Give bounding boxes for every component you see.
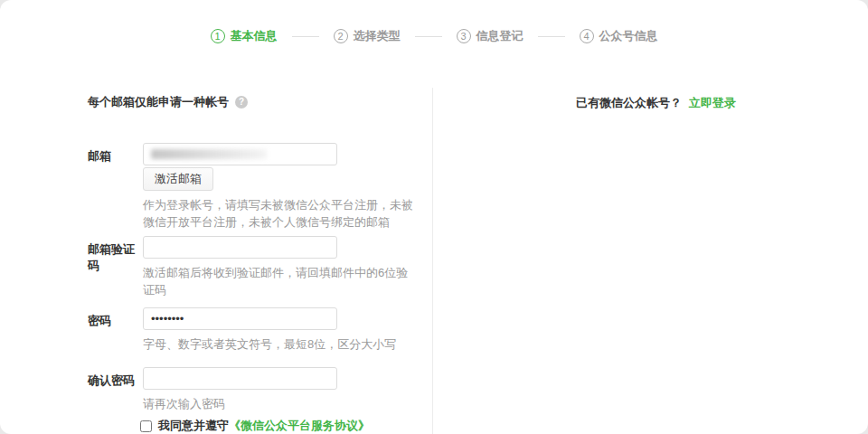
step-4-circle-icon: 4	[580, 29, 594, 43]
existing-account-text: 已有微信公众帐号？	[576, 96, 682, 109]
step-3-label: 信息登记	[476, 28, 524, 44]
step-info-register: 3 信息登记	[457, 28, 524, 44]
email-label: 邮箱	[88, 143, 143, 231]
step-3-circle-icon: 3	[457, 29, 471, 43]
step-4-label: 公众号信息	[599, 28, 658, 44]
step-1-label: 基本信息	[231, 28, 278, 44]
agreement-row: 我同意并遵守 《微信公众平台服务协议》	[140, 418, 370, 434]
form-header-text: 每个邮箱仅能申请一种帐号	[88, 94, 229, 110]
registration-card: 1 基本信息 2 选择类型 3 信息登记 4 公众号信息 每个邮箱仅能申请一种帐…	[0, 0, 868, 434]
password-label: 密码	[88, 307, 143, 353]
confirm-password-helper-text: 请再次输入密码	[143, 395, 420, 412]
agreement-checkbox[interactable]	[140, 420, 152, 432]
confirm-password-row: 确认密码 请再次输入密码	[88, 367, 425, 412]
password-input[interactable]	[143, 307, 337, 330]
step-indicator: 1 基本信息 2 选择类型 3 信息登记 4 公众号信息	[0, 27, 868, 45]
form-header: 每个邮箱仅能申请一种帐号 ?	[88, 94, 248, 110]
step-separator	[538, 36, 565, 37]
email-helper-text: 作为登录帐号，请填写未被微信公众平台注册，未被微信开放平台注册，未被个人微信号绑…	[143, 196, 420, 231]
password-helper-text: 字母、数字或者英文符号，最短8位，区分大小写	[143, 335, 420, 353]
step-2-circle-icon: 2	[334, 29, 348, 43]
step-basic-info: 1 基本信息	[211, 28, 278, 44]
code-input[interactable]	[143, 236, 337, 259]
code-helper-text: 激活邮箱后将收到验证邮件，请回填邮件中的6位验证码	[143, 264, 420, 298]
step-1-circle-icon: 1	[211, 29, 225, 43]
existing-account-prompt: 已有微信公众帐号？ 立即登录	[576, 95, 736, 111]
confirm-password-input[interactable]	[143, 367, 337, 390]
column-divider	[432, 88, 433, 434]
step-account-info: 4 公众号信息	[580, 28, 658, 44]
step-choose-type: 2 选择类型	[334, 28, 401, 44]
code-row: 邮箱验证码 激活邮箱后将收到验证邮件，请回填邮件中的6位验证码	[88, 236, 425, 298]
email-row: 邮箱 激活邮箱 作为登录帐号，请填写未被微信公众平台注册，未被微信开放平台注册，…	[88, 143, 425, 231]
step-separator	[415, 36, 442, 37]
code-label: 邮箱验证码	[88, 236, 143, 298]
agreement-text: 我同意并遵守	[158, 418, 229, 434]
service-agreement-link[interactable]: 《微信公众平台服务协议》	[229, 418, 370, 434]
confirm-password-label: 确认密码	[88, 367, 143, 412]
login-now-link[interactable]: 立即登录	[689, 96, 736, 109]
help-question-icon[interactable]: ?	[235, 96, 248, 108]
step-2-label: 选择类型	[354, 28, 401, 44]
step-separator	[292, 36, 319, 37]
activate-email-button[interactable]: 激活邮箱	[143, 167, 213, 191]
password-row: 密码 字母、数字或者英文符号，最短8位，区分大小写	[88, 307, 425, 353]
email-input[interactable]	[143, 143, 337, 165]
